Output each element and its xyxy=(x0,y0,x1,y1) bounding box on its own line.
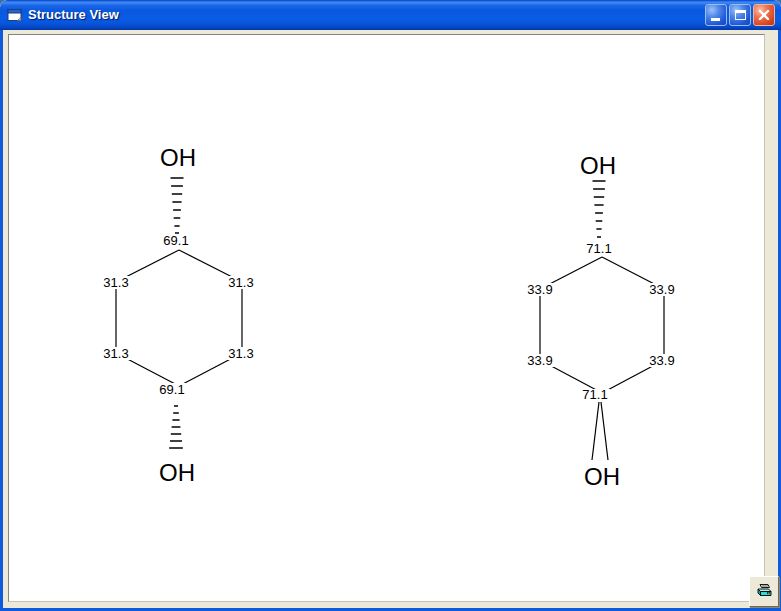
ring-bonds xyxy=(116,250,242,386)
hashed-wedge-bond-top xyxy=(171,178,184,233)
shift-label: 69.1 xyxy=(159,382,184,397)
close-button[interactable] xyxy=(753,4,775,26)
substituent-label: OH xyxy=(584,463,620,490)
window-frame: OH 69.1 31.3 31.3 31.3 31.3 69.1 OH xyxy=(0,30,781,611)
shift-label: 69.1 xyxy=(163,233,188,248)
maximize-button[interactable] xyxy=(729,4,751,26)
structure-right: OH 71.1 33.9 33.9 33.9 33.9 71.1 OH xyxy=(525,152,677,490)
shift-label: 31.3 xyxy=(228,275,253,290)
minimize-button[interactable] xyxy=(705,4,727,26)
structure-view-window: Structure View xyxy=(0,0,781,611)
print-button[interactable] xyxy=(749,576,779,607)
label-masks xyxy=(525,242,677,402)
label-masks xyxy=(101,235,256,396)
shift-label: 71.1 xyxy=(582,387,607,402)
minimize-icon xyxy=(711,18,720,21)
structure-canvas: OH 69.1 31.3 31.3 31.3 31.3 69.1 OH xyxy=(8,34,765,602)
wedge-edge xyxy=(601,402,608,460)
hashed-wedge-bond-top xyxy=(593,181,606,237)
substituent-label: OH xyxy=(160,144,196,171)
shift-label: 31.3 xyxy=(228,346,253,361)
close-icon xyxy=(757,8,771,22)
window-controls xyxy=(705,4,775,26)
shift-label: 31.3 xyxy=(103,275,128,290)
hashed-wedge-bond-bottom xyxy=(169,406,183,448)
wedge-outline-bond-bottom xyxy=(592,402,608,460)
ring-bonds xyxy=(540,257,664,393)
window-title: Structure View xyxy=(28,0,119,30)
shift-label: 33.9 xyxy=(649,353,674,368)
form-icon xyxy=(7,7,23,23)
shift-label: 33.9 xyxy=(649,282,674,297)
structures-drawing: OH 69.1 31.3 31.3 31.3 31.3 69.1 OH xyxy=(9,35,764,601)
shift-label: 33.9 xyxy=(527,353,552,368)
substituent-label: OH xyxy=(159,459,195,486)
shift-label: 33.9 xyxy=(527,282,552,297)
shift-label: 71.1 xyxy=(586,241,611,256)
wedge-edge xyxy=(592,402,599,460)
titlebar[interactable]: Structure View xyxy=(0,0,781,30)
structure-left: OH 69.1 31.3 31.3 31.3 31.3 69.1 OH xyxy=(101,144,256,486)
maximize-icon xyxy=(735,10,746,20)
printer-icon xyxy=(755,583,773,600)
shift-label: 31.3 xyxy=(103,346,128,361)
substituent-label: OH xyxy=(580,152,616,179)
